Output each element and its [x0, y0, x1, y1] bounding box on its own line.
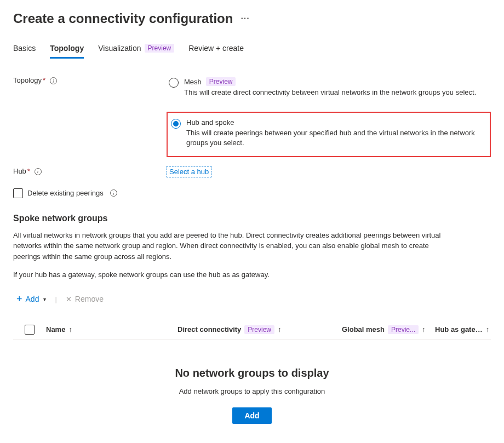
- tab-review-create[interactable]: Review + create: [188, 42, 244, 59]
- required-asterisk: *: [43, 76, 45, 84]
- radio-mesh[interactable]: Mesh Preview This will create direct con…: [167, 75, 491, 103]
- select-hub-link[interactable]: Select a hub: [167, 166, 211, 177]
- column-hub-as-gateway[interactable]: Hub as gate… ↑: [435, 325, 491, 333]
- info-icon[interactable]: i: [35, 168, 42, 175]
- delete-peerings-checkbox[interactable]: [13, 188, 23, 198]
- radio-hub-spoke[interactable]: Hub and spoke This will create peerings …: [167, 112, 491, 157]
- topology-row: Topology* i Mesh Preview This will creat…: [13, 75, 491, 160]
- sort-up-icon: ↑: [68, 325, 72, 333]
- remove-button: ✕ Remove: [62, 292, 107, 306]
- preview-badge: Preview: [145, 44, 175, 53]
- table-header: Name↑ Direct connectivity Preview ↑ Glob…: [13, 320, 491, 340]
- add-network-group-button[interactable]: Add: [232, 407, 271, 424]
- info-icon[interactable]: i: [110, 189, 117, 197]
- chevron-down-icon: ▾: [43, 296, 46, 302]
- delete-peerings-label: Delete existing peerings: [27, 189, 104, 197]
- x-icon: ✕: [66, 295, 72, 303]
- spoke-desc-2: If your hub has a gateway, spoke network…: [13, 269, 457, 280]
- select-all-checkbox[interactable]: [25, 325, 35, 335]
- radio-hub-spoke-title: Hub and spoke: [186, 118, 234, 126]
- preview-badge: Previe...: [388, 325, 419, 334]
- topology-label: Topology* i: [13, 75, 167, 160]
- empty-subtitle: Add network groups to apply this configu…: [13, 387, 491, 395]
- empty-title: No network groups to display: [13, 367, 491, 379]
- sort-up-icon: ↑: [278, 325, 282, 333]
- radio-mesh-input[interactable]: [169, 78, 179, 88]
- hub-row: Hub* i Select a hub: [13, 166, 491, 177]
- required-asterisk: *: [27, 167, 30, 175]
- column-global-mesh[interactable]: Global mesh Previe... ↑: [342, 325, 435, 334]
- toolbar-separator: |: [55, 295, 56, 303]
- sort-up-icon: ↑: [486, 325, 490, 333]
- empty-state: No network groups to display Add network…: [13, 340, 491, 435]
- column-direct-connectivity[interactable]: Direct connectivity Preview ↑: [177, 325, 342, 334]
- tab-bar: Basics Topology Visualization Preview Re…: [13, 42, 491, 59]
- spoke-heading: Spoke network groups: [13, 214, 491, 223]
- radio-mesh-title: Mesh: [184, 78, 202, 86]
- spoke-toolbar: + Add ▾ | ✕ Remove: [13, 291, 491, 307]
- spoke-desc-1: All virtual networks in network groups t…: [13, 230, 457, 262]
- more-icon[interactable]: ···: [240, 14, 249, 24]
- preview-badge: Preview: [244, 325, 274, 334]
- add-button[interactable]: + Add ▾: [13, 291, 49, 307]
- page-title-text: Create a connectivity configuration: [13, 11, 233, 26]
- radio-mesh-desc: This will create direct connectivity bet…: [184, 88, 488, 97]
- radio-hub-spoke-input[interactable]: [171, 119, 181, 129]
- tab-basics[interactable]: Basics: [13, 42, 36, 59]
- sort-up-icon: ↑: [422, 325, 426, 333]
- column-name[interactable]: Name↑: [46, 325, 177, 333]
- delete-peerings-row: Delete existing peerings i: [13, 188, 491, 198]
- plus-icon: +: [16, 294, 22, 305]
- info-icon[interactable]: i: [50, 77, 57, 84]
- hub-label: Hub* i: [13, 166, 167, 177]
- page-title: Create a connectivity configuration ···: [13, 11, 491, 26]
- tab-visualization[interactable]: Visualization Preview: [98, 42, 174, 59]
- radio-hub-spoke-desc: This will create peerings between your s…: [186, 128, 486, 148]
- preview-badge: Preview: [206, 77, 236, 86]
- tab-topology[interactable]: Topology: [50, 42, 84, 59]
